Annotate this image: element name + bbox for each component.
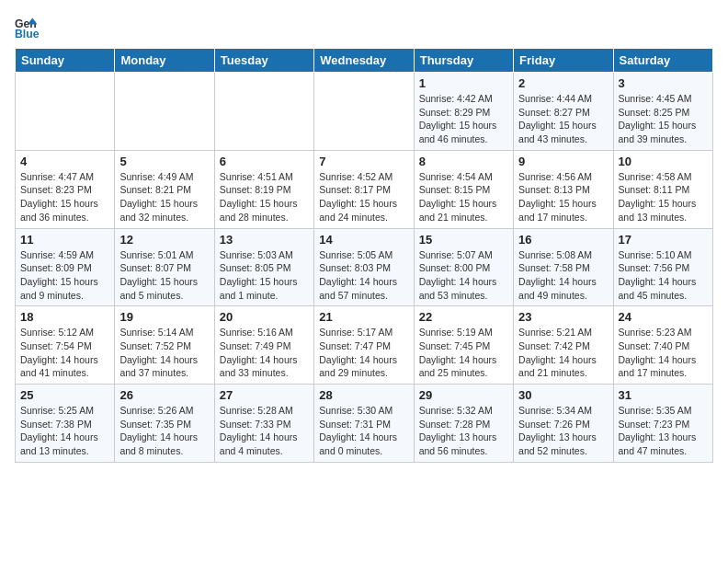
day-number: 28 [319, 388, 408, 402]
calendar-cell: 27Sunrise: 5:28 AMSunset: 7:33 PMDayligh… [214, 385, 313, 463]
day-info: Sunrise: 5:34 AMSunset: 7:26 PMDaylight:… [518, 404, 608, 458]
calendar-cell: 12Sunrise: 5:01 AMSunset: 8:07 PMDayligh… [115, 228, 214, 306]
day-info: Sunrise: 5:30 AMSunset: 7:31 PMDaylight:… [319, 404, 408, 458]
day-number: 14 [319, 233, 408, 247]
day-info: Sunrise: 5:35 AMSunset: 7:23 PMDaylight:… [619, 404, 708, 458]
day-info: Sunrise: 5:10 AMSunset: 7:56 PMDaylight:… [619, 248, 708, 303]
calendar-cell: 16Sunrise: 5:08 AMSunset: 7:58 PMDayligh… [514, 228, 613, 306]
calendar-cell: 1Sunrise: 4:42 AMSunset: 8:29 PMDaylight… [414, 73, 513, 151]
calendar-cell: 2Sunrise: 4:44 AMSunset: 8:27 PMDaylight… [514, 73, 613, 151]
page-header: Gen Blue [15, 15, 713, 40]
calendar: SundayMondayTuesdayWednesdayThursdayFrid… [15, 48, 713, 463]
day-of-week-header: Thursday [414, 49, 513, 73]
calendar-cell: 8Sunrise: 4:54 AMSunset: 8:15 PMDaylight… [414, 150, 513, 228]
day-info: Sunrise: 5:19 AMSunset: 7:45 PMDaylight:… [419, 326, 508, 380]
calendar-cell: 5Sunrise: 4:49 AMSunset: 8:21 PMDaylight… [115, 150, 214, 228]
day-info: Sunrise: 5:12 AMSunset: 7:54 PMDaylight:… [20, 326, 109, 380]
day-info: Sunrise: 5:28 AMSunset: 7:33 PMDaylight:… [220, 404, 309, 458]
day-info: Sunrise: 5:08 AMSunset: 7:58 PMDaylight:… [518, 248, 608, 303]
calendar-cell: 30Sunrise: 5:34 AMSunset: 7:26 PMDayligh… [514, 385, 613, 463]
day-info: Sunrise: 4:59 AMSunset: 8:09 PMDaylight:… [20, 248, 109, 303]
calendar-cell: 28Sunrise: 5:30 AMSunset: 7:31 PMDayligh… [314, 385, 414, 463]
calendar-cell: 10Sunrise: 4:58 AMSunset: 8:11 PMDayligh… [613, 150, 712, 228]
logo-icon: Gen Blue [15, 15, 40, 40]
day-number: 4 [20, 155, 109, 168]
day-number: 20 [220, 310, 309, 324]
calendar-cell: 20Sunrise: 5:16 AMSunset: 7:49 PMDayligh… [214, 306, 313, 385]
calendar-cell: 9Sunrise: 4:56 AMSunset: 8:13 PMDaylight… [514, 150, 613, 228]
day-number: 2 [518, 76, 608, 90]
day-number: 26 [119, 388, 209, 402]
calendar-cell: 6Sunrise: 4:51 AMSunset: 8:19 PMDaylight… [214, 150, 313, 228]
day-info: Sunrise: 5:17 AMSunset: 7:47 PMDaylight:… [319, 326, 408, 380]
day-info: Sunrise: 4:58 AMSunset: 8:11 PMDaylight:… [619, 170, 708, 224]
day-number: 29 [419, 388, 508, 402]
day-info: Sunrise: 5:16 AMSunset: 7:49 PMDaylight:… [220, 326, 309, 380]
day-info: Sunrise: 4:51 AMSunset: 8:19 PMDaylight:… [220, 170, 309, 224]
calendar-week-row: 1Sunrise: 4:42 AMSunset: 8:29 PMDaylight… [16, 73, 713, 151]
day-number: 10 [619, 155, 708, 168]
day-info: Sunrise: 5:01 AMSunset: 8:07 PMDaylight:… [119, 248, 209, 303]
calendar-cell: 31Sunrise: 5:35 AMSunset: 7:23 PMDayligh… [613, 385, 712, 463]
day-number: 31 [619, 388, 708, 402]
day-number: 25 [20, 388, 109, 402]
calendar-cell: 18Sunrise: 5:12 AMSunset: 7:54 PMDayligh… [16, 306, 115, 385]
day-of-week-header: Friday [514, 49, 613, 73]
calendar-cell [314, 73, 414, 151]
calendar-week-row: 4Sunrise: 4:47 AMSunset: 8:23 PMDaylight… [16, 150, 713, 228]
calendar-cell: 25Sunrise: 5:25 AMSunset: 7:38 PMDayligh… [16, 385, 115, 463]
day-info: Sunrise: 5:21 AMSunset: 7:42 PMDaylight:… [518, 326, 608, 380]
day-number: 27 [220, 388, 309, 402]
calendar-cell: 17Sunrise: 5:10 AMSunset: 7:56 PMDayligh… [613, 228, 712, 306]
calendar-cell: 22Sunrise: 5:19 AMSunset: 7:45 PMDayligh… [414, 306, 513, 385]
day-number: 22 [419, 310, 508, 324]
day-info: Sunrise: 5:32 AMSunset: 7:28 PMDaylight:… [419, 404, 508, 458]
day-info: Sunrise: 5:14 AMSunset: 7:52 PMDaylight:… [119, 326, 209, 380]
calendar-cell: 19Sunrise: 5:14 AMSunset: 7:52 PMDayligh… [115, 306, 214, 385]
calendar-cell: 24Sunrise: 5:23 AMSunset: 7:40 PMDayligh… [613, 306, 712, 385]
day-number: 13 [220, 233, 309, 247]
calendar-cell: 11Sunrise: 4:59 AMSunset: 8:09 PMDayligh… [16, 228, 115, 306]
svg-text:Blue: Blue [15, 28, 40, 40]
day-number: 1 [419, 76, 508, 90]
day-number: 17 [619, 233, 708, 247]
day-number: 9 [518, 155, 608, 168]
day-info: Sunrise: 4:47 AMSunset: 8:23 PMDaylight:… [20, 170, 109, 224]
day-number: 16 [518, 233, 608, 247]
day-info: Sunrise: 4:42 AMSunset: 8:29 PMDaylight:… [419, 92, 508, 146]
day-info: Sunrise: 5:05 AMSunset: 8:03 PMDaylight:… [319, 248, 408, 303]
day-of-week-header: Monday [115, 49, 214, 73]
day-number: 23 [518, 310, 608, 324]
calendar-cell: 13Sunrise: 5:03 AMSunset: 8:05 PMDayligh… [214, 228, 313, 306]
calendar-cell: 14Sunrise: 5:05 AMSunset: 8:03 PMDayligh… [314, 228, 414, 306]
day-info: Sunrise: 4:49 AMSunset: 8:21 PMDaylight:… [119, 170, 209, 224]
calendar-cell: 4Sunrise: 4:47 AMSunset: 8:23 PMDaylight… [16, 150, 115, 228]
day-number: 19 [119, 310, 209, 324]
calendar-cell: 15Sunrise: 5:07 AMSunset: 8:00 PMDayligh… [414, 228, 513, 306]
calendar-cell: 23Sunrise: 5:21 AMSunset: 7:42 PMDayligh… [514, 306, 613, 385]
day-number: 6 [220, 155, 309, 168]
calendar-cell: 3Sunrise: 4:45 AMSunset: 8:25 PMDaylight… [613, 73, 712, 151]
calendar-cell: 21Sunrise: 5:17 AMSunset: 7:47 PMDayligh… [314, 306, 414, 385]
calendar-week-row: 18Sunrise: 5:12 AMSunset: 7:54 PMDayligh… [16, 306, 713, 385]
calendar-cell: 7Sunrise: 4:52 AMSunset: 8:17 PMDaylight… [314, 150, 414, 228]
day-number: 30 [518, 388, 608, 402]
day-info: Sunrise: 5:07 AMSunset: 8:00 PMDaylight:… [419, 248, 508, 303]
day-of-week-header: Sunday [16, 49, 115, 73]
day-number: 21 [319, 310, 408, 324]
day-number: 18 [20, 310, 109, 324]
day-number: 11 [20, 233, 109, 247]
calendar-week-row: 11Sunrise: 4:59 AMSunset: 8:09 PMDayligh… [16, 228, 713, 306]
day-info: Sunrise: 4:54 AMSunset: 8:15 PMDaylight:… [419, 170, 508, 224]
calendar-cell [214, 73, 313, 151]
day-number: 8 [419, 155, 508, 168]
day-of-week-header: Wednesday [314, 49, 414, 73]
day-info: Sunrise: 4:44 AMSunset: 8:27 PMDaylight:… [518, 92, 608, 146]
day-info: Sunrise: 4:56 AMSunset: 8:13 PMDaylight:… [518, 170, 608, 224]
day-number: 5 [119, 155, 209, 168]
day-number: 12 [119, 233, 209, 247]
day-info: Sunrise: 5:23 AMSunset: 7:40 PMDaylight:… [619, 326, 708, 380]
logo: Gen Blue [15, 15, 44, 40]
day-of-week-header: Saturday [613, 49, 712, 73]
day-number: 15 [419, 233, 508, 247]
